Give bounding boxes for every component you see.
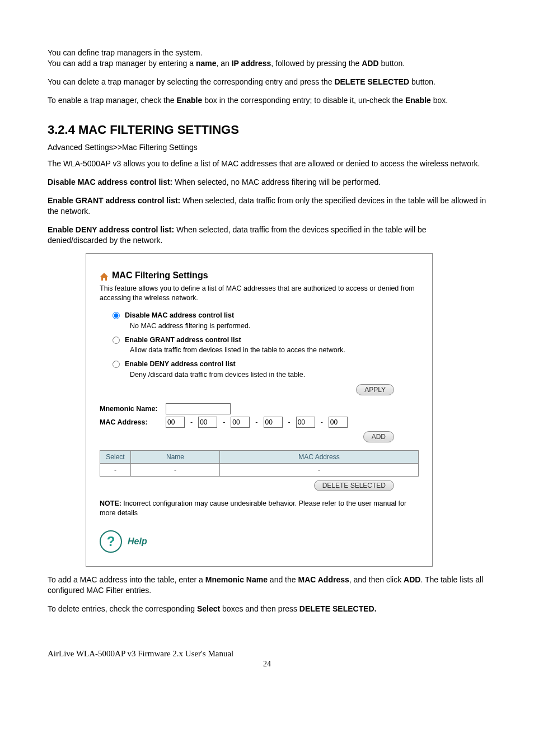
radio-deny[interactable]: Enable DENY address control list (110, 360, 419, 369)
intro-line-1: You can define trap managers in the syst… (48, 48, 486, 69)
text: box in the corresponding entry; to disab… (202, 96, 405, 105)
mnemonic-row: Mnemonic Name: (100, 403, 419, 414)
text: boxes and then press (220, 604, 299, 613)
bold-text: ADD (362, 59, 378, 68)
text: You can delete a trap manager by selecti… (48, 77, 334, 86)
mac-input-4[interactable] (296, 417, 315, 428)
radio-deny-desc: Deny /discard data traffic from devices … (130, 370, 419, 380)
bold-text: Enable (176, 96, 202, 105)
mnemonic-input[interactable] (166, 403, 231, 414)
mac-sep: - (223, 418, 225, 427)
bold-text: Disable MAC address control list: (48, 178, 172, 186)
text: and the (268, 575, 298, 584)
radio-grant-label: Enable GRANT address control list (125, 335, 241, 345)
bold-text: Enable DENY address control list: (48, 225, 174, 234)
bold-text: Mnemonic Name (205, 575, 268, 584)
radio-deny-input[interactable] (113, 361, 120, 368)
mnemonic-label: Mnemonic Name: (100, 404, 161, 414)
home-icon (100, 272, 109, 279)
mac-row: MAC Address: - - - - - (100, 417, 419, 428)
th-name: Name (131, 451, 220, 464)
mac-input-3[interactable] (264, 417, 283, 428)
mac-sep: - (255, 418, 257, 427)
outro-1: To add a MAC address into the table, ent… (48, 575, 486, 596)
footer-text: AirLive WLA-5000AP v3 Firmware 2.x User'… (48, 648, 486, 659)
radio-disable-input[interactable] (113, 312, 120, 319)
radio-disable[interactable]: Disable MAC address control list (110, 311, 419, 320)
apply-button[interactable]: APPLY (356, 384, 394, 395)
mac-input-0[interactable] (166, 417, 185, 428)
mac-input-2[interactable] (231, 417, 250, 428)
page-number: 24 (48, 659, 486, 670)
radio-grant-input[interactable] (113, 337, 120, 344)
outro-2: To delete entries, check the correspondi… (48, 604, 486, 614)
help-text: Help (128, 535, 147, 548)
text: box. (431, 96, 448, 105)
panel-note: NOTE: Incorrect configuration may cause … (100, 499, 419, 518)
text: To add a MAC address into the table, ent… (48, 575, 205, 584)
panel-title: MAC Filtering Settings (112, 269, 208, 282)
text: button. (379, 59, 405, 68)
document-page: You can define trap managers in the syst… (0, 0, 534, 692)
cell-select: - (100, 464, 131, 477)
radio-grant-desc: Allow data traffic from devices listed i… (130, 346, 419, 355)
help-icon: ? (100, 530, 122, 553)
text: , an (216, 59, 231, 68)
bold-text: DELETE SELECTED (334, 77, 409, 86)
bold-text: Enable GRANT address control list: (48, 196, 180, 205)
mac-sep: - (190, 418, 193, 427)
cell-name: - (131, 464, 220, 477)
section-desc-2: Disable MAC address control list: When s… (48, 177, 486, 188)
table-row: - - - (100, 464, 419, 477)
intro-line-3: You can delete a trap manager by selecti… (48, 77, 486, 87)
radio-deny-label: Enable DENY address control list (125, 360, 236, 369)
text: button. (409, 77, 435, 86)
cell-mac: - (220, 464, 419, 477)
text: To enable a trap manager, check the (48, 96, 176, 105)
add-button[interactable]: ADD (363, 431, 394, 442)
mac-label: MAC Address: (100, 418, 161, 427)
note-label: NOTE: (100, 500, 121, 507)
mac-sep: - (288, 418, 291, 427)
bold-text: ADD (404, 575, 420, 584)
th-mac: MAC Address (220, 451, 419, 464)
bold-text: Enable (405, 96, 431, 105)
text: You can add a trap manager by entering a (48, 59, 196, 68)
section-desc-3: Enable GRANT address control list: When … (48, 195, 486, 217)
help-link[interactable]: ? Help (100, 530, 419, 553)
text: To delete entries, check the correspondi… (48, 604, 197, 613)
mac-sep: - (321, 418, 323, 427)
text: , and then click (349, 575, 404, 584)
text: You can define trap managers in the syst… (48, 48, 203, 57)
question-mark-icon: ? (107, 533, 115, 550)
bold-text: MAC Address (298, 575, 349, 584)
panel-desc: This feature allows you to define a list… (100, 284, 419, 303)
radio-disable-desc: No MAC address filtering is performed. (130, 321, 419, 331)
text: When selected, no MAC address filtering … (172, 178, 381, 186)
panel-heading: MAC Filtering Settings (100, 269, 419, 282)
mac-input-1[interactable] (198, 417, 217, 428)
bold-text: DELETE SELECTED. (299, 604, 377, 613)
section-desc-4: Enable DENY address control list: When s… (48, 225, 486, 246)
mac-input-5[interactable] (329, 417, 348, 428)
bold-text: Select (197, 604, 220, 613)
radio-group: Disable MAC address control list No MAC … (110, 311, 419, 380)
mac-table: Select Name MAC Address - - - (100, 450, 419, 477)
th-select: Select (100, 451, 131, 464)
radio-disable-label: Disable MAC address control list (125, 311, 234, 320)
delete-selected-button[interactable]: DELETE SELECTED (314, 480, 394, 491)
breadcrumb: Advanced Settings>>Mac Filtering Setting… (48, 142, 486, 153)
note-text: Incorrect configuration may cause undesi… (100, 500, 406, 517)
section-heading: 3.2.4 MAC FILTERING SETTINGS (48, 122, 486, 138)
bold-text: IP address (232, 59, 271, 68)
section-desc-1: The WLA-5000AP v3 allows you to define a… (48, 158, 486, 169)
bold-text: name (196, 59, 217, 68)
intro-line-4: To enable a trap manager, check the Enab… (48, 95, 486, 106)
text: , followed by pressing the (271, 59, 362, 68)
radio-grant[interactable]: Enable GRANT address control list (110, 335, 419, 345)
mac-filtering-panel: MAC Filtering Settings This feature allo… (86, 253, 433, 567)
